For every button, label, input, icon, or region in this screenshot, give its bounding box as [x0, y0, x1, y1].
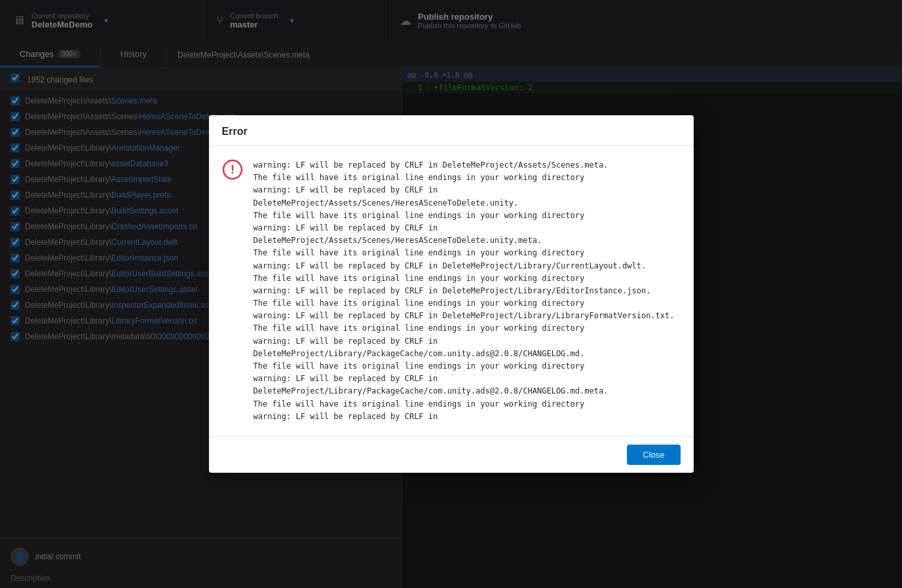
modal-body: ! warning: LF will be replaced by CRLF i…	[209, 146, 694, 436]
error-modal: Error ! warning: LF will be replaced by …	[209, 115, 694, 473]
modal-header: Error	[209, 115, 694, 146]
svg-text:!: !	[231, 163, 235, 176]
modal-footer: Close	[209, 436, 694, 473]
modal-title: Error	[222, 126, 248, 137]
close-button[interactable]: Close	[627, 445, 680, 465]
modal-error-text: warning: LF will be replaced by CRLF in …	[254, 159, 681, 423]
warning-icon: !	[222, 159, 243, 180]
modal-overlay[interactable]: Error ! warning: LF will be replaced by …	[0, 0, 902, 588]
